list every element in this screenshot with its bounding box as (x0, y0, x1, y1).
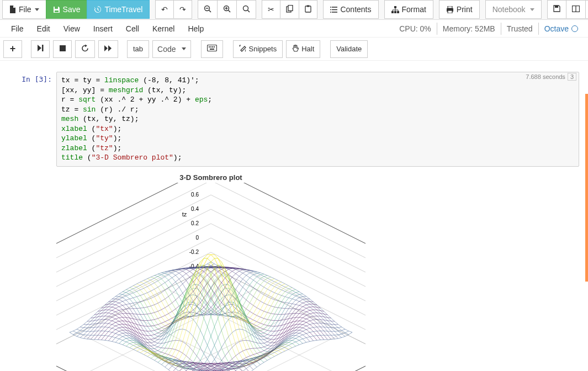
copy-button[interactable] (280, 0, 299, 19)
svg-rect-27 (448, 10, 452, 13)
menu-cell[interactable]: Cell (119, 22, 146, 35)
trusted-status[interactable]: Trusted (501, 23, 538, 35)
menu-view[interactable]: View (57, 22, 87, 35)
format-label: Format (402, 5, 426, 14)
svg-text:tz: tz (182, 211, 187, 218)
keyboard-button[interactable] (201, 40, 223, 58)
validate-label: Validate (336, 45, 362, 53)
menu-help[interactable]: Help (181, 22, 210, 35)
restart-button[interactable] (75, 40, 95, 58)
sitemap-icon (391, 6, 399, 13)
svg-rect-38 (210, 49, 214, 50)
timetravel-button[interactable]: TimeTravel (87, 0, 150, 19)
paste-icon (305, 5, 311, 14)
timetravel-label: TimeTravel (104, 5, 142, 14)
svg-line-54 (56, 195, 211, 283)
refresh-icon (81, 45, 89, 54)
timing-text: 7.688 seconds (526, 73, 565, 80)
svg-text:0.2: 0.2 (191, 220, 199, 226)
svg-text:0.8: 0.8 (191, 183, 199, 183)
input-prompt: In [3]: (6, 72, 56, 167)
svg-rect-23 (394, 11, 396, 13)
zoom-icon (242, 5, 250, 14)
close-button[interactable]: ✕ (585, 0, 588, 19)
cell-type-select[interactable]: Code (152, 40, 190, 58)
caret-down-icon (35, 8, 39, 11)
svg-rect-32 (60, 45, 66, 51)
code-text[interactable]: tx = ty = linspace (-8, 8, 41)'; [xx, yy… (61, 76, 574, 163)
redo-icon: ↷ (179, 5, 186, 14)
svg-text:0: 0 (195, 235, 199, 241)
kernel-status[interactable]: Octave (538, 23, 584, 35)
tab-button[interactable]: tab (127, 40, 149, 58)
svg-rect-35 (210, 46, 211, 47)
run-all-button[interactable] (98, 40, 118, 58)
plus-icon: + (10, 43, 16, 55)
notebook-toolbar: + tab Code Snippets Halt Validate (0, 38, 588, 61)
list-icon (330, 7, 337, 13)
code-input-area[interactable]: 7.688 seconds3 tx = ty = linspace (-8, 8… (56, 72, 579, 167)
sombrero-plot: -0.4-0.200.20.40.60.81-10-50510-10-50510… (56, 183, 365, 371)
zoom-out-button[interactable] (198, 0, 218, 19)
svg-rect-12 (288, 5, 293, 10)
svg-point-9 (243, 6, 248, 10)
svg-line-52 (211, 209, 365, 298)
snippets-button[interactable]: Snippets (233, 40, 283, 58)
timing-count: 3 (568, 73, 576, 81)
file-menu-button[interactable]: File (2, 0, 46, 19)
copy-icon (286, 5, 293, 14)
menu-file[interactable]: File (4, 22, 30, 35)
print-label: Print (457, 5, 473, 14)
code-cell[interactable]: In [3]: 7.688 seconds3 tx = ty = linspac… (6, 72, 579, 167)
scroll-indicator[interactable] (585, 94, 588, 282)
redo-button[interactable]: ↷ (173, 0, 192, 19)
svg-line-51 (56, 209, 211, 298)
validate-button[interactable]: Validate (330, 40, 368, 58)
run-button[interactable] (31, 40, 50, 58)
cut-button[interactable]: ✂ (262, 0, 280, 19)
stop-button[interactable] (53, 40, 72, 58)
print-button[interactable]: Print (439, 0, 480, 19)
format-button[interactable]: Format (384, 0, 433, 19)
svg-rect-0 (55, 7, 58, 9)
svg-line-58 (211, 183, 365, 269)
stop-icon (60, 45, 66, 53)
undo-button[interactable]: ↶ (155, 0, 174, 19)
cell-type-value: Code (157, 45, 176, 54)
chevron-down-icon (182, 47, 186, 50)
svg-line-46 (211, 238, 365, 326)
undo-icon: ↶ (161, 5, 168, 14)
halt-button[interactable]: Halt (286, 40, 320, 58)
svg-line-61 (211, 183, 365, 255)
svg-rect-34 (209, 46, 210, 47)
contents-label: Contents (340, 5, 371, 14)
svg-rect-14 (307, 5, 309, 7)
save-button[interactable]: Save (46, 0, 88, 19)
svg-point-18 (330, 7, 331, 8)
notebook-dropdown[interactable]: Notebook (485, 0, 542, 19)
file-menu-label: File (19, 5, 31, 14)
notebook-content[interactable]: In [3]: 7.688 seconds3 tx = ty = linspac… (0, 62, 585, 371)
zoom-in-button[interactable] (217, 0, 237, 19)
svg-rect-28 (555, 6, 558, 8)
contents-button[interactable]: Contents (323, 0, 378, 19)
split-button[interactable] (566, 0, 586, 19)
zoom-reset-button[interactable] (236, 0, 256, 19)
menu-edit[interactable]: Edit (30, 22, 57, 35)
svg-rect-36 (212, 46, 213, 47)
svg-rect-25 (448, 6, 452, 8)
save-alt-button[interactable] (547, 0, 566, 19)
svg-line-45 (56, 238, 211, 326)
notebook-label: Notebook (492, 5, 526, 14)
paste-button[interactable] (299, 0, 317, 19)
cpu-status: CPU: 0% (394, 23, 437, 35)
svg-line-40 (211, 267, 365, 355)
svg-rect-22 (391, 11, 394, 13)
svg-rect-31 (42, 45, 44, 51)
menu-kernel[interactable]: Kernel (146, 22, 181, 35)
zoom-out-icon (204, 5, 211, 14)
chevron-down-icon (530, 8, 534, 11)
insert-cell-button[interactable]: + (3, 40, 22, 58)
menu-insert[interactable]: Insert (87, 22, 119, 35)
memory-status: Memory: 52MB (437, 23, 501, 35)
